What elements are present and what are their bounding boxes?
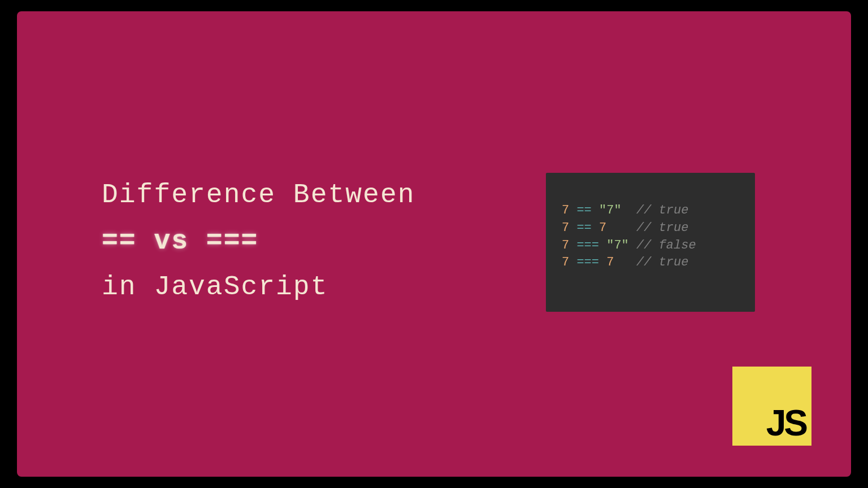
code-op: === (576, 238, 599, 252)
code-comment: // true (636, 203, 688, 217)
title-line-3: in JavaScript (102, 264, 415, 311)
code-line: 7 == 7 // true (562, 220, 739, 237)
slide-frame: Difference Between == vs === in JavaScri… (17, 11, 851, 477)
code-left: 7 (562, 203, 569, 217)
title-line-1: Difference Between (102, 172, 415, 219)
javascript-logo: JS (732, 367, 811, 446)
code-right: "7" (599, 203, 622, 217)
code-right: 7 (606, 255, 614, 269)
code-left: 7 (562, 221, 569, 235)
code-comment: // true (636, 221, 688, 235)
code-left: 7 (562, 238, 569, 252)
code-snippet: 7 == "7" // true 7 == 7 // true 7 === "7… (546, 173, 755, 312)
code-comment: // true (636, 255, 688, 269)
code-line: 7 === "7" // false (562, 237, 739, 255)
code-right: "7" (606, 238, 629, 252)
code-op: == (576, 203, 591, 217)
code-comment: // false (636, 238, 696, 252)
code-right: 7 (599, 221, 606, 235)
code-op: == (576, 221, 591, 235)
code-op: === (576, 255, 599, 269)
code-line: 7 == "7" // true (562, 202, 739, 220)
code-left: 7 (562, 255, 569, 269)
javascript-logo-text: JS (766, 405, 806, 441)
title-block: Difference Between == vs === in JavaScri… (102, 172, 415, 311)
code-line: 7 === 7 // true (562, 254, 739, 272)
title-line-2: == vs === (102, 219, 415, 265)
